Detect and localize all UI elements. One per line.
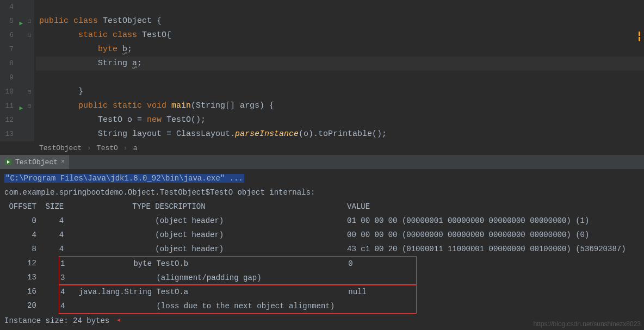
breadcrumb-item[interactable]: TestO: [97, 141, 118, 155]
tab-label: TestObject: [15, 158, 58, 166]
breadcrumb-item[interactable]: a: [133, 141, 138, 155]
console-columns: OFFSET SIZE TYPE DESCRIPTION VALUE: [4, 200, 640, 214]
code-editor[interactable]: 45▶67891011▶1213 ⊟⊟⊟⊟ public class TestO…: [0, 0, 644, 141]
fold-column: ⊟⊟⊟⊟: [24, 0, 34, 141]
tab-testobject[interactable]: TestObject ×: [0, 155, 69, 169]
line-number: 4: [0, 0, 24, 14]
code-line[interactable]: byte b;: [36, 42, 644, 57]
code-line[interactable]: String layout = ClassLayout.parseInstanc…: [36, 127, 644, 141]
console-line: 4 4 (object header) 00 00 00 00 (0000000…: [4, 228, 640, 242]
console-offset: 16: [4, 284, 59, 298]
fold-marker[interactable]: ⊟: [24, 85, 34, 99]
line-number: 5▶: [0, 14, 24, 28]
line-number: 10: [0, 85, 24, 99]
line-number: 11▶: [0, 99, 24, 113]
console-offset: 12: [4, 256, 59, 270]
fold-marker[interactable]: ⊟: [24, 28, 34, 42]
highlighted-rows-2: 4 java.lang.String TestO.a null 4 (loss …: [59, 284, 417, 314]
chevron-right-icon: ›: [87, 141, 91, 155]
fold-marker[interactable]: [24, 42, 34, 57]
code-line[interactable]: TestO o = new TestO();: [36, 113, 644, 127]
console-line: 8 4 (object header) 43 c1 00 20 (0100001…: [4, 242, 640, 256]
code-line[interactable]: [36, 71, 644, 85]
fold-marker[interactable]: [24, 113, 34, 127]
fold-marker[interactable]: [24, 57, 34, 71]
run-config-icon: [4, 158, 12, 166]
code-line[interactable]: }: [36, 85, 644, 99]
breadcrumb[interactable]: TestObject › TestO › a: [0, 141, 644, 155]
line-number: 7: [0, 42, 24, 57]
code-line[interactable]: public static void main(String[] args) {: [36, 99, 644, 113]
fold-marker[interactable]: [24, 71, 34, 85]
line-number: 8: [0, 57, 24, 71]
line-number: 9: [0, 71, 24, 85]
line-number: 6: [0, 28, 24, 42]
console-line: 0 4 (object header) 01 00 00 00 (0000000…: [4, 214, 640, 228]
instance-size-label: Instance size: 24 bytes: [4, 316, 109, 325]
console-command: "C:\Program Files\Java\jdk1.8.0_92\bin\j…: [4, 174, 244, 183]
line-number: 12: [0, 113, 24, 127]
console-output[interactable]: "C:\Program Files\Java\jdk1.8.0_92\bin\j…: [0, 169, 644, 330]
error-stripe: [636, 30, 642, 42]
chevron-right-icon: ›: [123, 141, 128, 155]
code-line[interactable]: static class TestO{: [36, 28, 644, 42]
run-tab-bar: TestObject ×: [0, 155, 644, 169]
console-offset: 20: [4, 298, 59, 313]
code-line[interactable]: public class TestObject {: [36, 14, 644, 28]
fold-marker[interactable]: [24, 0, 34, 14]
code-line[interactable]: [36, 0, 644, 14]
highlighted-rows-1: 1 byte TestO.b 0 3 (alignment/padding ga…: [59, 256, 417, 285]
code-line[interactable]: String a;: [36, 57, 644, 71]
fold-marker[interactable]: ⊟: [24, 14, 34, 28]
console-line: com.example.springbootdemo.Object.TestOb…: [4, 185, 640, 200]
watermark: https://blog.csdn.net/sunshinezx8023: [534, 320, 641, 328]
breadcrumb-item[interactable]: TestObject: [39, 141, 82, 155]
fold-marker[interactable]: ⊟: [24, 99, 34, 113]
arrow-annotation-icon: ➤: [116, 314, 121, 328]
line-number-gutter: 45▶67891011▶1213: [0, 0, 24, 141]
console-offset: 13: [4, 270, 59, 284]
line-number: 13: [0, 127, 24, 141]
close-icon[interactable]: ×: [61, 158, 65, 166]
fold-marker[interactable]: [24, 127, 34, 141]
